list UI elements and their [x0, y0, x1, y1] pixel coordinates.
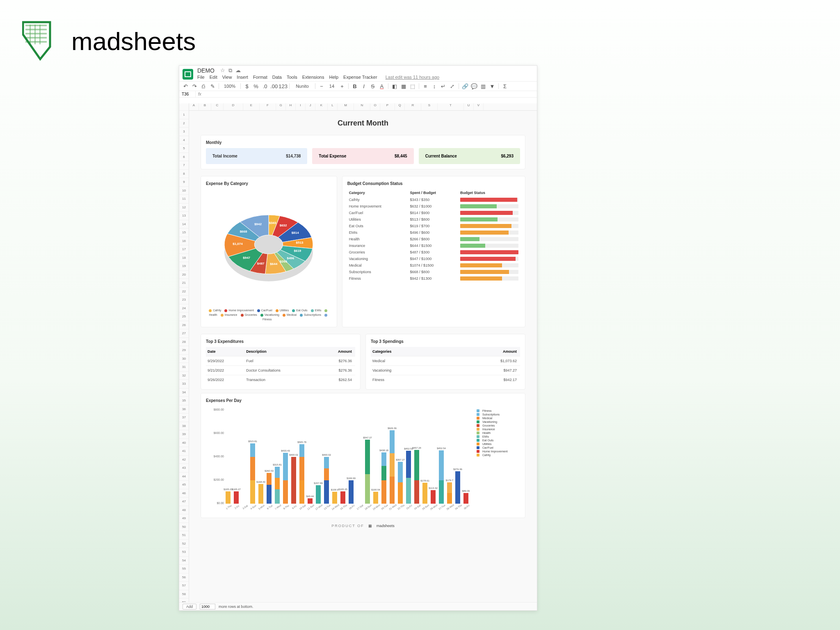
fontsize-dec[interactable]: − [319, 83, 324, 89]
svg-rect-2 [39, 25, 41, 44]
menu-edit[interactable]: Edit [210, 75, 217, 80]
daily-chart: $105.23$105.27$515.81$168.43$260.53$315.… [206, 406, 520, 513]
menu-expense-tracker[interactable]: Expense Tracker [343, 75, 377, 80]
svg-rect-0 [30, 25, 31, 44]
svg-text:$266: $266 [280, 260, 288, 263]
monthly-card: Monthly Total Income $14,738 Total Expen… [201, 135, 525, 169]
top-expenditures-card: Top 3 Expenditures Date Description Amou… [201, 334, 361, 390]
cell-reference[interactable]: T36 [179, 91, 196, 97]
kpi-balance-label: Current Balance [425, 154, 457, 158]
decimal-inc-icon[interactable]: .00 [271, 83, 277, 89]
star-icon[interactable]: ☆ [220, 67, 225, 74]
monthly-label: Monthly [206, 140, 520, 145]
decimal-dec-icon[interactable]: .0 [262, 83, 268, 89]
menu-view[interactable]: View [222, 75, 232, 80]
table-row: Medical$1,073.62 [371, 356, 520, 365]
menu-file[interactable]: File [197, 75, 205, 80]
svg-text:$668: $668 [240, 230, 247, 233]
add-rows-count-input[interactable] [200, 604, 215, 609]
add-rows-button[interactable]: Add [183, 604, 196, 609]
svg-text:$644: $644 [270, 262, 278, 266]
kpi-income-label: Total Income [212, 154, 237, 158]
svg-text:$942: $942 [254, 222, 262, 226]
bold-icon[interactable]: B [352, 83, 358, 89]
top-exp-title: Top 3 Expenditures [206, 339, 355, 344]
paint-icon[interactable]: ✎ [210, 83, 215, 89]
cloud-icon[interactable]: ☁ [235, 67, 241, 74]
budget-row: Car/Fuel$814 / $900 [347, 210, 520, 216]
print-icon[interactable]: ⎙ [201, 83, 206, 89]
svg-rect-1 [34, 25, 36, 44]
budget-row: Eat Outs$619 / $700 [347, 223, 520, 229]
fill-color-icon[interactable]: ◧ [392, 83, 397, 89]
kpi-income: Total Income $14,738 [206, 148, 307, 164]
expense-by-category-card: Expense By Category $343$632$814$513$619… [201, 176, 337, 327]
kpi-expense: Total Expense $8,445 [312, 148, 413, 164]
italic-icon[interactable]: I [361, 83, 367, 89]
menubar: FileEditViewInsertFormatDataToolsExtensi… [197, 74, 443, 81]
rotate-icon[interactable]: ⤢ [450, 83, 455, 89]
titlebar: DEMO ☆ ⧉ ☁ FileEditViewInsertFormatDataT… [179, 66, 537, 81]
kpi-balance-value: $6,293 [501, 154, 514, 158]
menu-format[interactable]: Format [253, 75, 267, 80]
madsheets-logo-icon [22, 21, 63, 62]
font-select[interactable]: Nunito [293, 83, 312, 89]
perday-title: Expenses Per Day [206, 398, 520, 403]
functions-icon[interactable]: Σ [502, 83, 508, 89]
col-categories: Categories [371, 347, 447, 356]
menu-insert[interactable]: Insert [237, 75, 248, 80]
col-amount: Amount [318, 347, 355, 356]
chart-icon[interactable]: ▥ [480, 83, 486, 89]
document-name[interactable]: DEMO [197, 67, 215, 74]
redo-icon[interactable]: ↷ [192, 83, 197, 89]
kpi-expense-value: $8,445 [395, 154, 407, 158]
comment-icon[interactable]: 💬 [471, 83, 477, 89]
table-row: Fitness$942.17 [371, 375, 520, 384]
table-row: 9/26/2022Transaction$262.54 [206, 375, 355, 384]
menu-help[interactable]: Help [329, 75, 338, 80]
halign-icon[interactable]: ≡ [422, 83, 428, 89]
budget-row: Fitness$942 / $1300 [347, 275, 520, 282]
strike-icon[interactable]: S [370, 83, 376, 89]
last-edit-link[interactable]: Last edit was 11 hours ago [386, 75, 439, 80]
svg-text:$343: $343 [269, 221, 276, 225]
svg-text:$632: $632 [280, 224, 287, 227]
svg-text:$619: $619 [294, 249, 301, 253]
wrap-icon[interactable]: ↵ [441, 83, 446, 89]
filter-icon[interactable]: ▼ [489, 83, 495, 89]
percent-icon[interactable]: % [253, 83, 259, 89]
dashboard-title: Current Month [201, 115, 525, 132]
currency-icon[interactable]: $ [244, 83, 250, 89]
font-size-input[interactable]: 14 [328, 84, 336, 89]
budget-table: Category Spent / Budget Budget Status Ca… [347, 189, 520, 282]
pie-legend: CafrityHome ImprovementCar/FuelUtilities… [206, 308, 332, 322]
top-spend-table: Categories Amount Medical$1,073.62Vacati… [371, 347, 520, 384]
undo-icon[interactable]: ↶ [183, 83, 188, 89]
move-icon[interactable]: ⧉ [228, 67, 232, 74]
valign-icon[interactable]: ↕ [431, 83, 437, 89]
svg-text:$814: $814 [292, 231, 299, 235]
menu-tools[interactable]: Tools [287, 75, 297, 80]
toolbar: ↶ ↷ ⎙ ✎ 100% $ % .0 .00 123 Nunito − 14 … [179, 81, 537, 91]
sheets-app-icon[interactable] [183, 69, 193, 80]
add-rows-suffix: more rows at bottom. [219, 605, 253, 609]
menu-extensions[interactable]: Extensions [302, 75, 324, 80]
merge-icon[interactable]: ⬚ [410, 83, 415, 89]
column-headers: ABCDEFGHIJKLMNOPQRSTUV [189, 103, 537, 111]
zoom-select[interactable]: 100% [222, 84, 237, 89]
budget-row: Insurance$644 / $1500 [347, 242, 520, 249]
number-format[interactable]: 123 [280, 83, 286, 89]
fontsize-inc[interactable]: + [339, 83, 345, 89]
col-amount2: Amount [447, 347, 520, 356]
budget-row: Utilities$513 / $800 [347, 216, 520, 223]
budget-row: Home Improvement$632 / $1000 [347, 203, 520, 210]
budget-title: Budget Consumption Status [347, 181, 520, 186]
link-icon[interactable]: 🔗 [462, 83, 468, 89]
text-color-icon[interactable]: A [379, 83, 385, 89]
menu-data[interactable]: Data [272, 75, 282, 80]
borders-icon[interactable]: ▦ [401, 83, 406, 89]
kpi-income-value: $14,738 [286, 154, 301, 158]
budget-row: Subscriptions$668 / $800 [347, 269, 520, 275]
fx-label: fx [196, 91, 204, 97]
svg-text:$1,074: $1,074 [233, 242, 243, 246]
